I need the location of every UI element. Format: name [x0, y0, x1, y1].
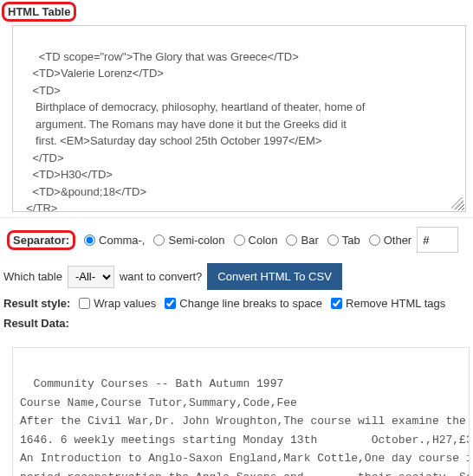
separator-option-other[interactable]: Other [366, 234, 412, 247]
linebreaks-option[interactable]: Change line breaks to space [161, 297, 322, 310]
separator-option-tab[interactable]: Tab [324, 234, 360, 247]
html-source-textarea[interactable]: <TD scope="row">The Glory that was Greec… [12, 25, 466, 212]
separator-text-other: Other [384, 234, 412, 247]
result-output[interactable]: Community Courses -- Bath Autumn 1997 Co… [12, 347, 470, 476]
removehtml-option[interactable]: Remove HTML tags [327, 297, 445, 310]
separator-radio-semicolon[interactable] [153, 235, 165, 246]
separator-option-comma[interactable]: Comma-, [81, 234, 145, 247]
resize-handle-icon[interactable] [451, 197, 463, 209]
panel-title: HTML Table [2, 2, 76, 22]
separator-text-bar: Bar [301, 234, 318, 247]
linebreaks-text: Change line breaks to space [179, 297, 322, 310]
result-style-label: Result style: [3, 297, 70, 310]
wrap-values-option[interactable]: Wrap values [75, 297, 156, 310]
separator-radio-comma[interactable] [84, 235, 95, 246]
separator-text-comma: Comma-, [99, 234, 145, 247]
result-output-content: Community Courses -- Bath Autumn 1997 Co… [20, 377, 470, 476]
separator-option-bar[interactable]: Bar [282, 234, 318, 247]
which-table-select[interactable]: -All- [68, 266, 114, 288]
separator-radio-other[interactable] [369, 235, 380, 246]
separator-radio-tab[interactable] [327, 235, 339, 246]
result-data-label: Result Data: [3, 317, 69, 330]
separator-radio-colon[interactable] [234, 235, 245, 246]
removehtml-checkbox[interactable] [331, 298, 342, 309]
wrap-values-text: Wrap values [94, 297, 156, 310]
separator-label: Separator: [7, 230, 75, 250]
html-source-content: <TD scope="row">The Glory that was Greec… [20, 50, 365, 213]
which-table-prefix: Which table [3, 270, 62, 283]
separator-text-tab: Tab [342, 234, 360, 247]
separator-option-semicolon[interactable]: Semi-colon [150, 234, 224, 247]
separator-text-colon: Colon [249, 234, 278, 247]
separator-text-semicolon: Semi-colon [168, 234, 224, 247]
separator-option-colon[interactable]: Colon [230, 234, 278, 247]
separator-other-input[interactable] [417, 227, 458, 253]
removehtml-text: Remove HTML tags [346, 297, 445, 310]
wrap-values-checkbox[interactable] [79, 298, 90, 309]
linebreaks-checkbox[interactable] [165, 298, 176, 309]
which-table-suffix: want to convert? [120, 270, 202, 283]
convert-button[interactable]: Convert HTML To CSV [207, 263, 342, 290]
separator-radio-bar[interactable] [286, 235, 297, 246]
